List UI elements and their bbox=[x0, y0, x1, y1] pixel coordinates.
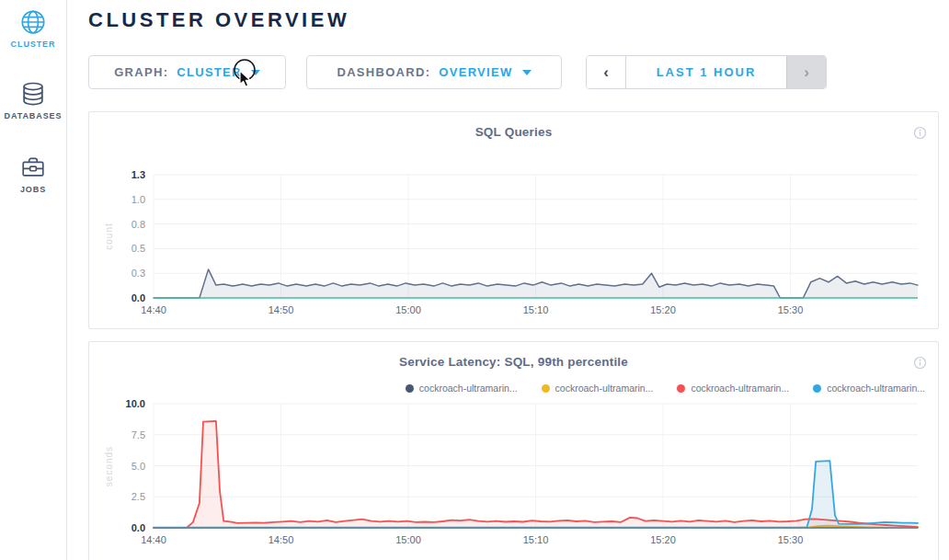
legend-dot-icon bbox=[406, 384, 414, 393]
sql-queries-chart[interactable]: 0.00.30.50.81.01.314:4014:5015:0015:1015… bbox=[90, 154, 937, 322]
sidebar: CLUSTER DATABASES JOBS bbox=[0, 0, 67, 560]
legend-item: cockroach-ultramarin... bbox=[813, 383, 925, 394]
svg-text:15:20: 15:20 bbox=[650, 304, 676, 315]
svg-text:14:40: 14:40 bbox=[141, 304, 166, 315]
time-next-button[interactable]: › bbox=[786, 56, 826, 88]
svg-text:2.5: 2.5 bbox=[131, 491, 145, 502]
info-icon[interactable] bbox=[913, 126, 927, 140]
legend-label: cockroach-ultramarin... bbox=[555, 383, 654, 394]
dashboard-dropdown[interactable]: DASHBOARD: OVERVIEW bbox=[306, 55, 562, 89]
info-icon[interactable] bbox=[913, 356, 927, 370]
svg-text:15:30: 15:30 bbox=[778, 304, 804, 315]
svg-text:15:10: 15:10 bbox=[523, 304, 549, 315]
graph-dropdown-label: GRAPH: bbox=[114, 65, 168, 79]
database-icon bbox=[19, 80, 47, 108]
svg-text:0.0: 0.0 bbox=[131, 292, 145, 303]
svg-text:15:00: 15:00 bbox=[395, 304, 421, 315]
svg-text:14:50: 14:50 bbox=[269, 534, 294, 545]
service-latency-chart[interactable]: 0.02.55.07.510.014:4014:5015:0015:1015:2… bbox=[90, 397, 937, 552]
cluster-overview-page: { "sidebar": { "items": [ { "label": "CL… bbox=[0, 0, 949, 560]
legend-item: cockroach-ultramarin... bbox=[406, 383, 518, 394]
svg-text:7.5: 7.5 bbox=[131, 429, 145, 440]
service-latency-chart-card: Service Latency: SQL, 99th percentile co… bbox=[88, 341, 939, 560]
legend-label: cockroach-ultramarin... bbox=[419, 383, 518, 394]
time-prev-button[interactable]: ‹ bbox=[587, 56, 626, 88]
sidebar-item-label: DATABASES bbox=[0, 111, 66, 120]
dashboard-dropdown-label: DASHBOARD: bbox=[337, 65, 430, 79]
legend-dot-icon bbox=[677, 384, 685, 393]
graph-dropdown[interactable]: GRAPH: CLUSTER bbox=[88, 55, 286, 89]
briefcase-icon bbox=[19, 154, 47, 181]
svg-text:0.0: 0.0 bbox=[131, 522, 145, 533]
svg-text:1.3: 1.3 bbox=[131, 169, 145, 180]
sidebar-item-databases[interactable]: DATABASES bbox=[0, 49, 66, 120]
dashboard-dropdown-value: OVERVIEW bbox=[439, 65, 512, 79]
sidebar-item-jobs[interactable]: JOBS bbox=[0, 120, 66, 194]
globe-icon bbox=[19, 8, 47, 36]
chart-legend: cockroach-ultramarin...cockroach-ultrama… bbox=[382, 383, 925, 394]
chart-title: Service Latency: SQL, 99th percentile bbox=[89, 342, 938, 369]
chevron-down-icon bbox=[251, 70, 260, 75]
legend-item: cockroach-ultramarin... bbox=[677, 383, 789, 394]
time-range-label[interactable]: LAST 1 HOUR bbox=[626, 56, 786, 88]
time-window-selector: ‹ LAST 1 HOUR › bbox=[586, 55, 827, 89]
svg-text:0.5: 0.5 bbox=[131, 243, 145, 254]
page-title: CLUSTER OVERVIEW bbox=[88, 8, 349, 32]
svg-text:10.0: 10.0 bbox=[126, 398, 145, 409]
svg-text:14:40: 14:40 bbox=[141, 534, 166, 545]
svg-text:0.3: 0.3 bbox=[131, 268, 145, 279]
svg-text:15:20: 15:20 bbox=[650, 534, 676, 545]
chart-title: SQL Queries bbox=[89, 112, 938, 139]
sql-queries-chart-card: SQL Queries count 0.00.30.50.81.01.314:4… bbox=[88, 111, 939, 329]
legend-label: cockroach-ultramarin... bbox=[827, 383, 925, 394]
svg-text:14:50: 14:50 bbox=[269, 304, 294, 315]
svg-text:1.0: 1.0 bbox=[131, 194, 145, 205]
svg-text:15:30: 15:30 bbox=[778, 534, 804, 545]
sidebar-item-label: JOBS bbox=[0, 185, 66, 194]
legend-item: cockroach-ultramarin... bbox=[542, 383, 654, 394]
chevron-down-icon bbox=[522, 70, 532, 75]
legend-dot-icon bbox=[813, 384, 821, 393]
svg-text:5.0: 5.0 bbox=[131, 461, 145, 472]
svg-text:15:10: 15:10 bbox=[523, 534, 549, 545]
graph-dropdown-value: CLUSTER bbox=[177, 65, 242, 79]
svg-text:15:00: 15:00 bbox=[395, 534, 421, 545]
sidebar-item-cluster[interactable]: CLUSTER bbox=[0, 0, 66, 49]
svg-text:0.8: 0.8 bbox=[131, 219, 145, 230]
legend-dot-icon bbox=[542, 384, 550, 393]
legend-label: cockroach-ultramarin... bbox=[691, 383, 789, 394]
sidebar-item-label: CLUSTER bbox=[0, 40, 66, 49]
